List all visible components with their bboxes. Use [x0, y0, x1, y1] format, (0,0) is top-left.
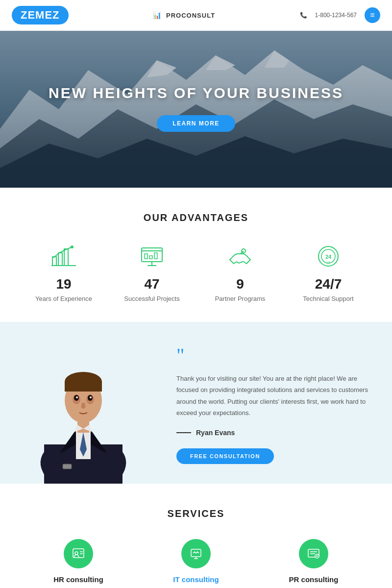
svg-rect-34 [65, 382, 102, 392]
services-title: SERVICES [20, 508, 372, 519]
support-number: 24/7 [315, 276, 342, 292]
consultation-button[interactable]: FREE CONSULTATION [176, 448, 274, 464]
hr-icon-circle [64, 539, 93, 568]
advantages-section: OUR ADVANTAGES 19 Years of Experience [0, 188, 392, 322]
services-section: SERVICES HR consulting In startup compan… [0, 484, 392, 588]
svg-text:/7: /7 [327, 261, 330, 265]
svg-rect-9 [58, 253, 62, 266]
presentation-board-icon [139, 243, 165, 270]
hamburger-icon: ≡ [370, 11, 374, 19]
quote-text: Thank you for visiting our site! You are… [176, 373, 372, 419]
advantages-title: OUR ADVANTAGES [20, 212, 372, 223]
author-name: Ryan Evans [196, 429, 235, 437]
partners-label: Partner Programs [215, 295, 266, 302]
svg-text:24: 24 [325, 254, 332, 260]
svg-rect-31 [63, 464, 72, 469]
svg-rect-41 [77, 419, 89, 433]
quote-author: Ryan Evans [176, 429, 372, 437]
service-hr: HR consulting In startup companies, trai… [24, 539, 132, 588]
svg-rect-17 [145, 254, 147, 259]
projects-label: Successful Projects [124, 295, 179, 302]
hero-content: NEW HEIGHTS OF YOUR BUSINESS LEARN MORE [0, 31, 392, 132]
header-right: 📞 1-800-1234-567 ≡ [300, 7, 380, 23]
it-icon-circle [181, 539, 211, 568]
logo[interactable]: ZEMEZ [12, 6, 69, 24]
advantages-grid: 19 Years of Experience 47 Successful Pro… [20, 243, 372, 302]
hr-title: HR consulting [53, 575, 103, 584]
it-title: IT consulting [173, 575, 219, 584]
it-icon [189, 547, 203, 561]
years-number: 19 [56, 276, 71, 292]
menu-button[interactable]: ≡ [365, 7, 380, 23]
svg-point-40 [90, 396, 92, 398]
hero-title: NEW HEIGHTS OF YOUR BUSINESS [0, 85, 392, 101]
header: ZEMEZ 📊 PROCONSULT 📞 1-800-1234-567 ≡ [0, 0, 392, 31]
service-it: IT consulting The role of the IT consult… [142, 539, 250, 588]
advantage-years: 19 Years of Experience [24, 243, 103, 302]
svg-rect-10 [64, 249, 68, 266]
learn-more-button[interactable]: LEARN MORE [157, 115, 235, 132]
support-24-7-icon: 24 /7 [315, 243, 342, 270]
years-label: Years of Experience [35, 295, 92, 302]
svg-rect-8 [52, 257, 56, 266]
hr-icon [72, 547, 85, 561]
phone-number: 1-800-1234-567 [315, 12, 357, 19]
brand-name: PROCONSULT [166, 12, 215, 19]
testimonial-content: " Thank you for visiting our site! You a… [167, 322, 392, 484]
projects-number: 47 [144, 276, 159, 292]
author-line [176, 432, 191, 433]
person-illustration [15, 346, 152, 484]
pr-icon-circle [299, 539, 328, 568]
phone-icon: 📞 [300, 12, 307, 19]
handshake-icon [227, 243, 253, 270]
chart-growth-icon [50, 243, 77, 270]
svg-rect-18 [149, 256, 152, 259]
svg-point-39 [76, 396, 78, 398]
svg-point-45 [75, 552, 78, 555]
testimonial-section: " Thank you for visiting our site! You a… [0, 322, 392, 484]
advantage-support: 24 /7 24/7 Technical Support [289, 243, 368, 302]
pr-title: PR consulting [289, 575, 339, 584]
support-label: Technical Support [303, 295, 353, 302]
advantage-partners: 9 Partner Programs [201, 243, 279, 302]
hero-section: NEW HEIGHTS OF YOUR BUSINESS LEARN MORE [0, 31, 392, 188]
svg-rect-19 [154, 253, 157, 259]
services-grid: HR consulting In startup companies, trai… [20, 539, 372, 588]
service-pr: PR consulting Public relations professio… [260, 539, 368, 588]
testimonial-person [0, 322, 167, 484]
advantage-projects: 47 Successful Projects [113, 243, 191, 302]
brand-center: 📊 PROCONSULT [153, 11, 215, 19]
pr-icon [307, 547, 320, 561]
partners-number: 9 [236, 276, 244, 292]
svg-point-11 [71, 245, 74, 248]
bars-icon: 📊 [153, 11, 161, 19]
quote-mark: " [176, 345, 372, 365]
svg-point-20 [242, 249, 245, 253]
